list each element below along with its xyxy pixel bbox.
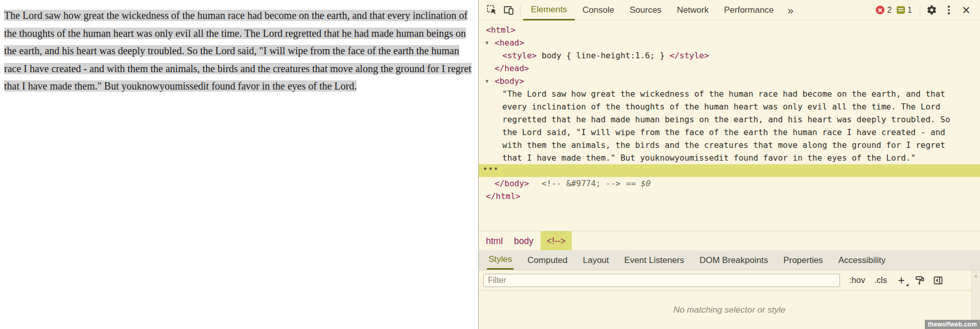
paint-roller-icon[interactable] (915, 275, 925, 286)
close-devtools-icon[interactable]: × (958, 0, 975, 20)
elements-tree: <html> ▼<head> <style> body { line-heigh… (479, 20, 980, 231)
sidebar-toggle-icon[interactable] (933, 275, 943, 286)
styles-empty-area: No matching selector or style (479, 291, 980, 329)
selected-text[interactable]: The Lord saw how great the wickedness of… (4, 10, 472, 92)
scroll-up-arrow-icon[interactable]: ▲ (974, 273, 978, 278)
tab-console[interactable]: Console (575, 0, 622, 20)
tree-text-node-line[interactable]: with them the animals, the birds and the… (479, 139, 980, 151)
error-icon[interactable] (876, 6, 884, 14)
expander-arrow-icon[interactable]: ▼ (485, 36, 488, 49)
expander-arrow-icon[interactable]: ▼ (485, 75, 488, 87)
styles-filter-row: :hov .cls + (479, 270, 980, 291)
more-tabs-icon[interactable]: » (781, 4, 800, 16)
error-count[interactable]: 2 (887, 6, 892, 15)
styles-filter-input[interactable] (483, 274, 840, 287)
watermark: thewolfweb.com (925, 320, 980, 329)
tree-text-node-line[interactable]: regretted that he had made human beings … (479, 113, 980, 126)
tree-text-node-line[interactable]: the Lord said, "I will wipe from the fac… (479, 126, 980, 139)
device-toolbar-icon[interactable] (500, 0, 518, 20)
tab-layout[interactable]: Layout (581, 250, 611, 270)
devtools-panel: Elements Console Sources Network Perform… (478, 0, 980, 329)
tab-accessibility[interactable]: Accessibility (837, 250, 888, 270)
breadcrumb-item-html[interactable]: html (482, 231, 507, 250)
style-rule-text: body { line-height:1.6; } (536, 51, 669, 60)
toolbar-right-cluster: 2 1 × (876, 0, 980, 20)
tab-event-listeners[interactable]: Event Listeners (623, 250, 686, 270)
tab-properties[interactable]: Properties (782, 250, 824, 270)
devtools-toolbar: Elements Console Sources Network Perform… (479, 0, 980, 20)
add-class-button[interactable]: .cls (874, 275, 887, 285)
styles-pane: :hov .cls + (479, 270, 980, 329)
tree-node-comment-selected[interactable]: •••<!-- &#9774; -->== $0 (479, 164, 980, 177)
breadcrumb-item-body[interactable]: body (510, 231, 538, 250)
inspect-element-icon[interactable] (483, 0, 500, 20)
tab-performance[interactable]: Performance (716, 0, 781, 20)
no-selector-message: No matching selector or style (673, 305, 785, 315)
breadcrumb: html body <!--> (479, 231, 980, 250)
message-bubble-icon[interactable] (897, 6, 905, 14)
toolbar-separator (920, 4, 920, 16)
tree-node-body-open[interactable]: ▼<body> (479, 75, 980, 87)
tree-node-head-open[interactable]: ▼<head> (479, 36, 980, 49)
sidebar-tabstrip: Styles Computed Layout Event Listeners D… (479, 250, 980, 270)
tree-text-node-line[interactable]: that I have made them." But youknowyoumi… (479, 151, 980, 164)
tab-computed[interactable]: Computed (526, 250, 569, 270)
toolbar-separator (520, 4, 521, 16)
tree-node-style[interactable]: <style> body { line-height:1.6; } </styl… (479, 49, 980, 62)
tree-node-html-close[interactable]: </html> (479, 190, 980, 203)
tab-dom-breakpoints[interactable]: DOM Breakpoints (698, 250, 769, 270)
page-paragraph: The Lord saw how great the wickedness of… (4, 7, 474, 95)
tab-elements[interactable]: Elements (523, 0, 575, 20)
tree-node-head-close[interactable]: </head> (479, 62, 980, 75)
tab-styles[interactable]: Styles (487, 250, 514, 270)
kebab-menu-icon[interactable] (940, 0, 958, 20)
settings-gear-icon[interactable] (923, 0, 940, 20)
screenshot-root: The Lord saw how great the wickedness of… (0, 0, 980, 329)
new-style-rule-button[interactable]: + (896, 275, 906, 286)
toggle-element-state-button[interactable]: :hov (849, 275, 865, 285)
browser-page: The Lord saw how great the wickedness of… (0, 0, 478, 329)
node-overflow-dots-icon[interactable]: ••• (483, 163, 499, 176)
tree-text-node-line[interactable]: "The Lord saw how great the wickedness o… (479, 87, 980, 100)
message-count[interactable]: 1 (907, 6, 912, 15)
tree-node-body-close[interactable]: </body> (479, 177, 980, 190)
tree-node-html-open[interactable]: <html> (479, 24, 980, 36)
tab-sources[interactable]: Sources (622, 0, 669, 20)
tree-text-node-line[interactable]: every inclination of the thoughts of the… (479, 100, 980, 113)
breadcrumb-item-comment[interactable]: <!--> (541, 231, 572, 250)
tab-network[interactable]: Network (669, 0, 716, 20)
